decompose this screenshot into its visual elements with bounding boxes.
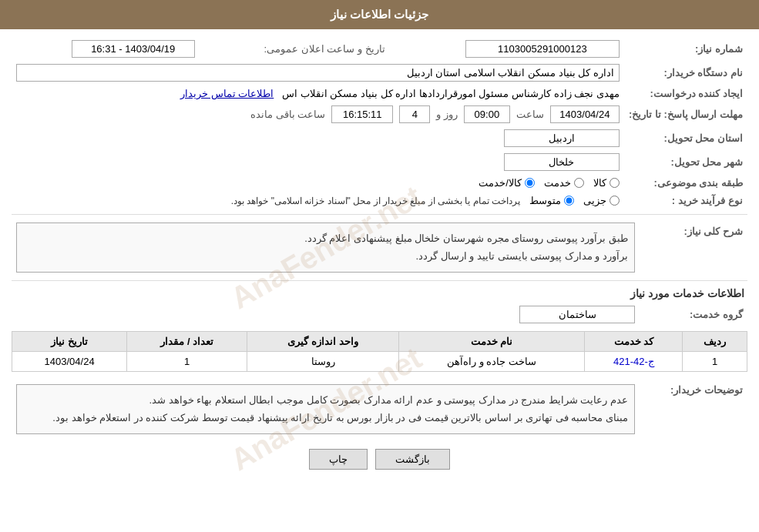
category-kala-khedmat-label: کالا/خدمت (479, 177, 522, 189)
service-group-box: ساختمان (519, 306, 635, 323)
reply-time-box: 09:00 (464, 105, 510, 123)
buyer-org-value-cell: اداره کل بنیاد مسکن انقلاب اسلامی استان … (12, 61, 624, 85)
reply-time-label: ساعت (516, 109, 544, 120)
purchase-mottavaset-radio[interactable] (564, 196, 574, 206)
buyer-org-label: نام دستگاه خریدار: (624, 61, 747, 85)
buttons-row: بازگشت چاپ (12, 449, 747, 470)
divider-1 (12, 214, 747, 215)
creator-row: ایجاد کننده درخواست: مهدی نجف زاده کارشن… (12, 85, 747, 102)
creator-value-cell: مهدی نجف زاده کارشناس مسئول امورقرارداده… (12, 85, 624, 102)
category-option-khedmat: خدمت (544, 177, 584, 189)
delivery-province-label: استان محل تحویل: (624, 126, 747, 150)
row-unit: روستا (247, 351, 399, 371)
purchase-jozi-radio[interactable] (610, 196, 620, 206)
row-number: 1 (683, 351, 747, 371)
reply-remaining-label: ساعت باقی مانده (250, 109, 325, 120)
divider-2 (12, 280, 747, 281)
info-table: شماره نیاز: 1103005291000123 تاریخ و ساع… (12, 37, 747, 209)
reply-day-label: روز و (436, 109, 458, 120)
services-table-body: 1 ج-42-421 ساخت جاده و راه‌آهن روستا 1 1… (12, 351, 747, 371)
services-table-head: ردیف کد خدمت نام خدمت واحد اندازه گیری ت… (12, 331, 747, 351)
category-khedmat-radio[interactable] (574, 178, 584, 188)
creator-text: مهدی نجف زاده کارشناس مسئول امورقرارداده… (282, 88, 620, 99)
category-option-kala-khedmat: کالا/خدمت (479, 177, 535, 189)
row-code: ج-42-421 (585, 351, 683, 371)
category-khedmat-label: خدمت (544, 177, 571, 189)
delivery-province-box: اردبیل (504, 129, 620, 147)
category-kala-radio[interactable] (610, 178, 620, 188)
date-time-label-cell: تاریخ و ساعت اعلان عمومی: (200, 37, 393, 61)
delivery-province-row: استان محل تحویل: اردبیل (12, 126, 747, 150)
buyer-org-box: اداره کل بنیاد مسکن انقلاب اسلامی استان … (16, 64, 620, 82)
reply-deadline-row: مهلت ارسال پاسخ: تا تاریخ: 1403/04/24 سا… (12, 102, 747, 126)
reply-date-box: 1403/04/24 (550, 105, 620, 123)
col-quantity-header: تعداد / مقدار (127, 331, 247, 351)
request-number-box: 1103005291000123 (465, 40, 620, 58)
purchase-type-jozi: جزیی (583, 195, 620, 206)
purchase-type-radio-group: جزیی متوسط پرداخت تمام یا بخشی از مبلغ خ… (16, 195, 620, 206)
description-box: AnaFender.net طبق برآورد پیوستی روستای م… (16, 223, 635, 273)
description-value-cell: AnaFender.net طبق برآورد پیوستی روستای م… (12, 219, 640, 276)
reply-remaining-box: 16:15:11 (331, 105, 393, 123)
service-code-value: ج-42-421 (613, 356, 654, 367)
purchase-type-mottavaset: متوسط (529, 195, 574, 206)
buyer-notes-text: عدم رعایت شرایط مندرج در مدارک پیوستی و … (52, 394, 628, 423)
category-kala-khedmat-radio[interactable] (525, 178, 535, 188)
date-time-box: 1403/04/19 - 16:31 (72, 40, 195, 58)
request-number-label: شماره نیاز: (624, 37, 747, 61)
page-wrapper: جزئیات اطلاعات نیاز شماره نیاز: 11030052… (0, 0, 759, 532)
purchase-type-value-cell: جزیی متوسط پرداخت تمام یا بخشی از مبلغ خ… (12, 192, 624, 209)
print-button[interactable]: چاپ (309, 449, 368, 470)
service-group-table: گروه خدمت: ساختمان (12, 303, 747, 326)
row-quantity: 1 (127, 351, 247, 371)
row-name: ساخت جاده و راه‌آهن (398, 351, 584, 371)
creator-label: ایجاد کننده درخواست: (624, 85, 747, 102)
description-text: طبق برآورد پیوستی روستای مجره شهرستان خل… (304, 233, 628, 262)
buyer-org-row: نام دستگاه خریدار: اداره کل بنیاد مسکن ا… (12, 61, 747, 85)
buyer-notes-value-cell: AnaFender.net عدم رعایت شرایط مندرج در م… (12, 378, 640, 437)
col-unit-header: واحد اندازه گیری (247, 331, 399, 351)
delivery-city-label: شهر محل تحویل: (624, 150, 747, 174)
category-option-kala: کالا (593, 177, 620, 189)
reply-deadline-label: مهلت ارسال پاسخ: تا تاریخ: (624, 102, 747, 126)
purchase-mottavaset-label: متوسط (529, 195, 561, 206)
col-code-header: کد خدمت (585, 331, 683, 351)
reply-days-box: 4 (399, 105, 430, 123)
purchase-type-label: نوع فرآیند خرید : (624, 192, 747, 209)
deadline-row: 1403/04/24 ساعت 09:00 روز و 4 16:15:11 س… (16, 105, 620, 123)
delivery-province-value-cell: اردبیل (12, 126, 624, 150)
date-time-value-cell: 1403/04/19 - 16:31 (12, 37, 200, 61)
page-title: جزئیات اطلاعات نیاز (331, 8, 428, 21)
description-table: شرح کلی نیاز: AnaFender.net طبق برآورد پ… (12, 219, 747, 276)
col-name-header: نام خدمت (398, 331, 584, 351)
service-group-value-cell: ساختمان (12, 303, 640, 326)
delivery-city-row: شهر محل تحویل: خلخال (12, 150, 747, 174)
services-table-header-row: ردیف کد خدمت نام خدمت واحد اندازه گیری ت… (12, 331, 747, 351)
col-date-header: تاریخ نیاز (12, 331, 127, 351)
buyer-notes-row: توضیحات خریدار: AnaFender.net عدم رعایت … (12, 378, 747, 437)
category-radio-group: کالا خدمت کالا/خدمت (16, 177, 620, 189)
contact-link[interactable]: اطلاعات تماس خریدار (180, 88, 274, 99)
delivery-city-box: خلخال (504, 153, 620, 171)
date-time-label: تاریخ و ساعت اعلان عمومی: (264, 43, 385, 55)
services-section-title: اطلاعات خدمات مورد نیاز (12, 287, 747, 299)
request-number-value: 1103005291000123 (393, 37, 624, 61)
description-label: شرح کلی نیاز: (640, 219, 747, 276)
services-table: ردیف کد خدمت نام خدمت واحد اندازه گیری ت… (12, 331, 747, 372)
request-number-row: شماره نیاز: 1103005291000123 تاریخ و ساع… (12, 37, 747, 61)
page-header: جزئیات اطلاعات نیاز (0, 0, 759, 29)
description-row: شرح کلی نیاز: AnaFender.net طبق برآورد پ… (12, 219, 747, 276)
main-content: شماره نیاز: 1103005291000123 تاریخ و ساع… (0, 29, 759, 489)
service-group-label: گروه خدمت: (640, 303, 747, 326)
category-kala-label: کالا (593, 177, 606, 189)
category-label: طبقه بندی موضوعی: (624, 174, 747, 192)
delivery-city-value-cell: خلخال (12, 150, 624, 174)
row-date: 1403/04/24 (12, 351, 127, 371)
reply-deadline-value-cell: 1403/04/24 ساعت 09:00 روز و 4 16:15:11 س… (12, 102, 624, 126)
category-value-cell: کالا خدمت کالا/خدمت (12, 174, 624, 192)
service-group-row: گروه خدمت: ساختمان (12, 303, 747, 326)
buyer-notes-table: توضیحات خریدار: AnaFender.net عدم رعایت … (12, 378, 747, 437)
purchase-type-note: پرداخت تمام یا بخشی از مبلغ خریدار از مح… (231, 196, 520, 206)
purchase-jozi-label: جزیی (583, 195, 606, 206)
back-button[interactable]: بازگشت (375, 449, 450, 470)
